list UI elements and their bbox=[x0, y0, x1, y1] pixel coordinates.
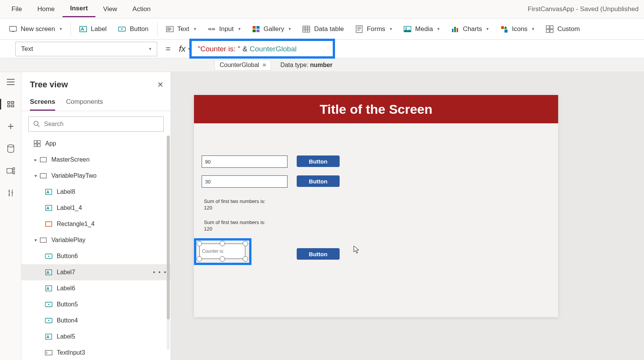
hamburger-icon[interactable] bbox=[6, 77, 15, 87]
svg-rect-17 bbox=[454, 27, 456, 32]
tree-node-label6[interactable]: Label6 bbox=[21, 280, 171, 296]
tree-node-button6[interactable]: Button6 bbox=[21, 248, 171, 264]
text-icon bbox=[166, 25, 174, 33]
custom-button[interactable]: Custom bbox=[540, 22, 585, 36]
svg-rect-37 bbox=[46, 205, 52, 211]
svg-rect-0 bbox=[10, 26, 16, 31]
tab-screens[interactable]: Screens bbox=[30, 95, 55, 111]
tree-node-label1-4[interactable]: Label1_4 bbox=[21, 200, 171, 216]
text-button[interactable]: Text▾ bbox=[161, 22, 202, 36]
forms-button[interactable]: Forms▾ bbox=[350, 22, 398, 36]
svg-rect-36 bbox=[46, 189, 52, 195]
resize-handle[interactable] bbox=[197, 241, 202, 246]
close-icon[interactable]: ✕ bbox=[157, 80, 164, 89]
svg-rect-34 bbox=[40, 157, 46, 162]
menu-file[interactable]: File bbox=[4, 2, 30, 17]
gallery-button[interactable]: Gallery▾ bbox=[247, 22, 297, 36]
resize-handle[interactable] bbox=[220, 241, 225, 246]
charts-icon bbox=[451, 25, 459, 33]
tree-node-label7[interactable]: Label7 • • • bbox=[21, 264, 171, 280]
table-icon bbox=[302, 25, 310, 33]
resize-handle[interactable] bbox=[243, 241, 248, 246]
input-label: Input bbox=[219, 25, 234, 33]
fx-icon[interactable]: fx▾ bbox=[179, 44, 193, 54]
tree-node-app[interactable]: App bbox=[21, 136, 171, 152]
search-icon bbox=[33, 121, 40, 128]
svg-rect-28 bbox=[13, 172, 15, 174]
tree-node-label: App bbox=[45, 140, 56, 147]
icons-button[interactable]: Icons▾ bbox=[495, 22, 540, 36]
resize-handle[interactable] bbox=[243, 256, 248, 262]
tree-view-icon[interactable] bbox=[6, 100, 15, 109]
tree-node-label8[interactable]: Label8 bbox=[21, 184, 171, 200]
screen-variableplay[interactable]: Title of the Screen 90 Button 30 Button … bbox=[194, 95, 558, 317]
new-screen-button[interactable]: New screen▾ bbox=[4, 22, 67, 36]
tree-node-button4[interactable]: Button4 bbox=[21, 313, 171, 329]
selected-label7[interactable]: Counter is: bbox=[199, 244, 245, 259]
chevron-down-icon: ▾ bbox=[238, 26, 241, 31]
gallery-icon bbox=[252, 25, 260, 33]
button-3[interactable]: Button bbox=[297, 248, 340, 260]
button-button[interactable]: Button bbox=[113, 22, 154, 36]
search-input[interactable] bbox=[28, 116, 164, 132]
resize-handle[interactable] bbox=[220, 256, 225, 262]
button-icon bbox=[44, 316, 53, 325]
chevron-down-icon: ▾ bbox=[390, 26, 392, 31]
tree-node-variableplay[interactable]: ▾ VariablePlay bbox=[21, 232, 171, 248]
tree-node-button5[interactable]: Button5 bbox=[21, 296, 171, 313]
svg-rect-33 bbox=[38, 144, 40, 147]
chevron-down-icon[interactable]: ▾ bbox=[32, 173, 39, 178]
tree-node-rectangle1-4[interactable]: Rectangle1_4 bbox=[21, 216, 171, 232]
resize-handle[interactable] bbox=[197, 256, 202, 262]
tree-node-label: Rectangle1_4 bbox=[57, 221, 95, 227]
svg-rect-42 bbox=[46, 270, 52, 275]
tree-node-label: Label5 bbox=[57, 333, 75, 340]
property-selector[interactable]: Text ▾ bbox=[15, 42, 157, 56]
media-button[interactable]: Media▾ bbox=[398, 22, 445, 36]
chevron-down-icon: ▾ bbox=[188, 46, 190, 51]
svg-point-41 bbox=[48, 256, 49, 257]
media-icon bbox=[404, 25, 411, 33]
scrollbar-thumb[interactable] bbox=[167, 136, 170, 319]
text-input-2[interactable]: 30 bbox=[202, 175, 288, 188]
advanced-tools-icon[interactable] bbox=[6, 188, 15, 198]
svg-rect-43 bbox=[46, 286, 52, 291]
tree-node-label: Button6 bbox=[57, 253, 78, 260]
menu-view[interactable]: View bbox=[95, 2, 125, 17]
tree-node-label: Label8 bbox=[57, 188, 75, 195]
svg-rect-18 bbox=[457, 28, 458, 32]
menu-action[interactable]: Action bbox=[125, 2, 158, 17]
tree-node-label5[interactable]: Label5 bbox=[21, 329, 171, 345]
charts-label: Charts bbox=[463, 25, 482, 33]
chevron-down-icon[interactable]: ▾ bbox=[32, 237, 39, 243]
button-1[interactable]: Button bbox=[297, 155, 340, 167]
menu-home[interactable]: Home bbox=[30, 2, 62, 17]
tree-node-textinput3[interactable]: TextInput3 bbox=[21, 345, 171, 360]
charts-button[interactable]: Charts▾ bbox=[446, 22, 494, 36]
chevron-down-icon: ▾ bbox=[532, 26, 534, 31]
data-icon[interactable] bbox=[6, 144, 15, 153]
canvas[interactable]: Title of the Screen 90 Button 30 Button … bbox=[171, 72, 644, 360]
svg-rect-20 bbox=[504, 29, 508, 33]
svg-rect-9 bbox=[256, 26, 260, 29]
tree-node-masterscreen[interactable]: ▸ MasterScreen bbox=[21, 152, 171, 168]
label-button[interactable]: Label bbox=[74, 22, 112, 36]
tree: App ▸ MasterScreen ▾ VariablePlayTwo Lab… bbox=[21, 136, 171, 360]
screen-icon bbox=[39, 172, 48, 180]
text-input-1[interactable]: 90 bbox=[202, 155, 288, 168]
chevron-right-icon[interactable]: ▸ bbox=[32, 157, 39, 162]
data-table-button[interactable]: Data table bbox=[297, 22, 349, 36]
more-icon[interactable]: • • • bbox=[153, 269, 167, 276]
button-2[interactable]: Button bbox=[297, 175, 340, 187]
formula-input[interactable]: "Counter is: " & CounterGlobal bbox=[193, 42, 639, 56]
main-area: Tree view ✕ Screens Components App ▸ Mas… bbox=[0, 72, 644, 360]
search-field[interactable] bbox=[44, 121, 159, 128]
label-icon bbox=[44, 284, 53, 293]
tree-node-variableplaytwo[interactable]: ▾ VariablePlayTwo bbox=[21, 168, 171, 184]
menu-insert[interactable]: Insert bbox=[62, 1, 95, 17]
rectangle-icon bbox=[44, 220, 53, 228]
insert-icon[interactable] bbox=[6, 122, 15, 131]
media-rail-icon[interactable] bbox=[6, 166, 15, 175]
tab-components[interactable]: Components bbox=[66, 95, 103, 111]
input-button[interactable]: Input▾ bbox=[202, 22, 246, 36]
